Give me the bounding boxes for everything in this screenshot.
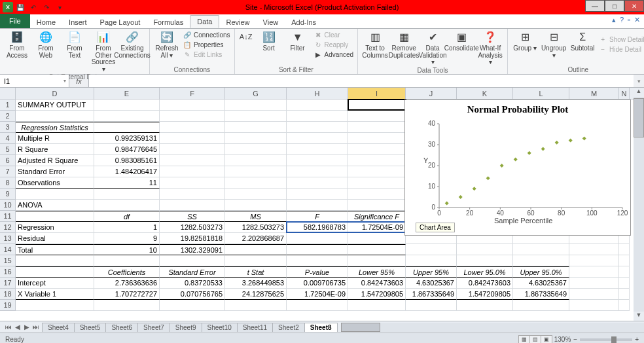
cell-G19[interactable]	[225, 300, 287, 311]
cell-M15[interactable]	[569, 255, 619, 266]
cell-J15[interactable]	[406, 255, 457, 266]
cell-J14[interactable]	[406, 244, 457, 255]
cell-L19[interactable]	[513, 300, 569, 311]
cell-K16[interactable]: Lower 95.0%	[457, 266, 513, 278]
window-close-icon[interactable]: ✕	[634, 16, 640, 24]
cell-I17[interactable]: 0.842473603	[348, 278, 406, 289]
cell-I1[interactable]	[348, 99, 406, 111]
cell-F13[interactable]: 19.82581818	[160, 233, 225, 244]
cell-H1[interactable]	[287, 99, 348, 111]
row-header-7[interactable]: 7	[0, 166, 16, 177]
maximize-button[interactable]: □	[605, 0, 624, 12]
help-icon[interactable]: ?	[620, 16, 624, 24]
qat-customize-icon[interactable]: ▾	[54, 1, 65, 13]
col-header-K[interactable]: K	[457, 88, 513, 99]
cell-F11[interactable]: SS	[160, 211, 225, 222]
from-text-button[interactable]: 📄From Text	[62, 30, 88, 73]
cell-L14[interactable]	[513, 244, 569, 255]
cell-L15[interactable]	[513, 255, 569, 266]
cell-I15[interactable]	[348, 255, 406, 266]
tab-formulas[interactable]: Formulas	[147, 16, 190, 28]
cell-F18[interactable]: 0.070756765	[160, 289, 225, 300]
cell-I9[interactable]	[348, 189, 406, 200]
cell-G12[interactable]: 1282.503273	[225, 222, 287, 233]
cell-D5[interactable]: R Square	[16, 144, 94, 155]
cell-N17[interactable]	[619, 278, 630, 289]
data-validation-button[interactable]: ✔Data Validation ▾	[420, 30, 446, 66]
embedded-chart[interactable]: Normal Probability Plot Y 02040608010012…	[404, 99, 631, 236]
cell-N19[interactable]	[619, 300, 630, 311]
cell-M18[interactable]	[569, 289, 619, 300]
cell-H12[interactable]: 582.1968783	[287, 222, 348, 233]
cell-K15[interactable]	[457, 255, 513, 266]
cell-F2[interactable]	[160, 111, 225, 122]
cell-F16[interactable]: Standard Error	[160, 266, 225, 278]
horizontal-scrollbar[interactable]	[341, 323, 644, 332]
sheet-tab-sheet10[interactable]: Sheet10	[202, 323, 238, 332]
cell-H14[interactable]	[287, 244, 348, 255]
tab-page-layout[interactable]: Page Layout	[94, 16, 147, 28]
cell-E17[interactable]: 2.736363636	[94, 278, 160, 289]
sort-button[interactable]: 🔢Sort	[256, 30, 282, 59]
cell-D18[interactable]: X Variable 1	[16, 289, 94, 300]
sheet-tab-sheet6[interactable]: Sheet6	[105, 323, 138, 332]
cell-E7[interactable]: 1.484206417	[94, 166, 160, 177]
cell-G14[interactable]	[225, 244, 287, 255]
cell-H6[interactable]	[287, 155, 348, 166]
cell-G1[interactable]	[225, 99, 287, 111]
row-header-8[interactable]: 8	[0, 177, 16, 189]
cell-L17[interactable]: 4.63025367	[513, 278, 569, 289]
tab-home[interactable]: Home	[30, 16, 62, 28]
group-button[interactable]: ⊞Group ▾	[512, 30, 538, 59]
cell-F4[interactable]	[160, 133, 225, 144]
whatif-button[interactable]: ❓What-If Analysis ▾	[477, 30, 503, 66]
row-header-1[interactable]: 1	[0, 99, 16, 111]
text-to-columns-button[interactable]: ▥Text to Columns	[362, 30, 388, 66]
row-header-19[interactable]: 19	[0, 300, 16, 311]
cell-H7[interactable]	[287, 166, 348, 177]
hide-detail-button[interactable]: −Hide Detail	[598, 45, 644, 54]
row-header-13[interactable]: 13	[0, 233, 16, 244]
cell-E3[interactable]	[94, 122, 160, 133]
cell-I2[interactable]	[348, 111, 406, 122]
qat-undo-icon[interactable]: ↶	[27, 1, 39, 13]
row-header-9[interactable]: 9	[0, 189, 16, 200]
cell-J17[interactable]: 4.63025367	[406, 278, 457, 289]
cell-D8[interactable]: Observations	[16, 177, 94, 189]
cell-F9[interactable]	[160, 189, 225, 200]
expand-formula-icon[interactable]: ▾	[634, 75, 644, 87]
filter-button[interactable]: ▼Filter	[285, 30, 311, 59]
cell-G6[interactable]	[225, 155, 287, 166]
cell-E10[interactable]	[94, 200, 160, 211]
cell-E6[interactable]: 0.983085161	[94, 155, 160, 166]
cell-L18[interactable]: 1.867335649	[513, 289, 569, 300]
scroll-down-icon[interactable]: ▼	[634, 312, 644, 321]
cell-G11[interactable]: MS	[225, 211, 287, 222]
view-buttons[interactable]: ▦▤▣	[518, 335, 552, 344]
cell-J18[interactable]: 1.867335649	[406, 289, 457, 300]
col-header-H[interactable]: H	[287, 88, 348, 99]
col-header-F[interactable]: F	[160, 88, 225, 99]
cell-H11[interactable]: F	[287, 211, 348, 222]
cell-I16[interactable]: Lower 95%	[348, 266, 406, 278]
cell-D19[interactable]	[16, 300, 94, 311]
cell-D3[interactable]: Regression Statistics	[16, 122, 94, 133]
cell-G7[interactable]	[225, 166, 287, 177]
cell-I11[interactable]: Significance F	[348, 211, 406, 222]
row-header-15[interactable]: 15	[0, 255, 16, 266]
cell-F8[interactable]	[160, 177, 225, 189]
cell-I3[interactable]	[348, 122, 406, 133]
cell-F15[interactable]	[160, 255, 225, 266]
cell-G16[interactable]: t Stat	[225, 266, 287, 278]
from-web-button[interactable]: 🌐From Web	[33, 30, 59, 73]
tab-addins[interactable]: Add-Ins	[285, 16, 323, 28]
cell-G10[interactable]	[225, 200, 287, 211]
cell-F12[interactable]: 1282.503273	[160, 222, 225, 233]
name-box[interactable]: I1	[0, 75, 69, 87]
cell-I10[interactable]	[348, 200, 406, 211]
close-button[interactable]: ✕	[624, 0, 644, 12]
cell-H9[interactable]	[287, 189, 348, 200]
cell-E16[interactable]: Coefficients	[94, 266, 160, 278]
cell-M19[interactable]	[569, 300, 619, 311]
zoom-in-button[interactable]: +	[635, 336, 639, 343]
